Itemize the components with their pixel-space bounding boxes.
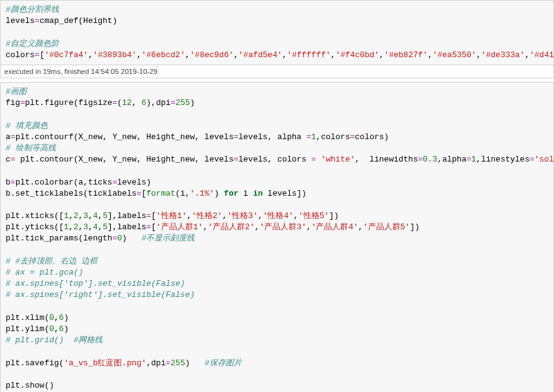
num: 1 bbox=[64, 222, 69, 232]
op: = bbox=[113, 98, 118, 107]
code: labels bbox=[118, 222, 147, 232]
num: 3 bbox=[83, 222, 88, 232]
comment: #画图 bbox=[6, 87, 27, 96]
op: = bbox=[35, 50, 40, 60]
code: levels, alpha bbox=[239, 132, 307, 142]
comment: # ax = plt.gca() bbox=[6, 268, 83, 277]
comment: #不显示刻度线 bbox=[141, 234, 195, 243]
comment: # ax.spines['right'].set_visible(False) bbox=[6, 290, 195, 299]
code-cell-2: #画图 fig=plt.figure(figsize=(12, 6),dpi=2… bbox=[0, 82, 554, 392]
num: 0.3 bbox=[423, 155, 437, 164]
num: 1 bbox=[471, 155, 476, 164]
op: = bbox=[146, 222, 151, 232]
code-cell-1: #颜色分割界线 levels=cmap_def(Height) #自定义颜色阶 … bbox=[0, 0, 554, 78]
op: = bbox=[11, 132, 16, 142]
num: 255 bbox=[170, 358, 185, 368]
code: plt.savefig( bbox=[6, 358, 64, 368]
comment: #自定义颜色阶 bbox=[6, 39, 59, 48]
code: levels bbox=[6, 16, 35, 25]
num: 6 bbox=[142, 98, 147, 107]
str: '#f4c0bd' bbox=[336, 50, 379, 60]
str: 'a_vs_b红蓝图.png' bbox=[64, 358, 147, 368]
num: 12 bbox=[122, 98, 132, 107]
comment: # plt.grid() #网格线 bbox=[6, 335, 103, 345]
num: 0 bbox=[117, 234, 122, 243]
code: linewidths bbox=[369, 155, 418, 164]
code: plt.yticks([ bbox=[6, 222, 64, 232]
code-area-1[interactable]: #颜色分割界线 levels=cmap_def(Height) #自定义颜色阶 … bbox=[1, 1, 553, 65]
code: alpha bbox=[442, 155, 466, 164]
str: '产品人群2' bbox=[208, 222, 254, 232]
num: 4 bbox=[93, 222, 98, 232]
num: 6 bbox=[59, 313, 64, 322]
str: 'white' bbox=[321, 155, 355, 164]
op: = bbox=[137, 189, 142, 198]
code: a bbox=[6, 132, 11, 142]
num: 1 bbox=[312, 132, 316, 142]
str: '性格1' bbox=[156, 211, 187, 221]
comment: # #去掉顶部、右边 边框 bbox=[6, 257, 98, 266]
num: 3 bbox=[83, 211, 88, 221]
code: colors) bbox=[355, 132, 389, 142]
op: = bbox=[234, 132, 239, 142]
code: colors bbox=[6, 50, 35, 60]
str: '产品人群5' bbox=[363, 222, 410, 232]
builtin: format bbox=[146, 189, 175, 198]
str: '#3893b4' bbox=[93, 50, 136, 60]
num: 0 bbox=[49, 313, 54, 322]
str: 'solid' bbox=[535, 155, 554, 164]
code: levels) bbox=[117, 178, 151, 187]
code: b bbox=[6, 178, 11, 187]
num: 4 bbox=[93, 211, 98, 221]
code: b.set_ticklabels(ticklabels bbox=[6, 189, 137, 198]
code-area-2[interactable]: #画图 fig=plt.figure(figsize=(12, 6),dpi=2… bbox=[1, 83, 553, 392]
num: 2 bbox=[73, 222, 78, 232]
op: = bbox=[312, 155, 316, 164]
op: = bbox=[530, 155, 535, 164]
op: = bbox=[350, 132, 355, 142]
str: '产品人群1' bbox=[156, 222, 203, 232]
op: = bbox=[11, 155, 16, 164]
code: c bbox=[6, 155, 11, 164]
num: 2 bbox=[73, 211, 78, 221]
str: '性格5' bbox=[298, 211, 329, 221]
code: levels, colors bbox=[239, 155, 312, 164]
str: '#ea5350' bbox=[433, 50, 476, 60]
code: cmap_def(Height) bbox=[40, 16, 118, 25]
comment: # 填充颜色 bbox=[6, 121, 48, 130]
code: plt.ylim( bbox=[6, 324, 49, 334]
str: '#afd5e4' bbox=[239, 50, 282, 60]
comment: #保存图片 bbox=[205, 358, 242, 368]
code: levels]) bbox=[263, 189, 307, 198]
op: = bbox=[170, 98, 175, 107]
op: = bbox=[307, 132, 312, 142]
op: = bbox=[418, 155, 423, 164]
str: '产品人群4' bbox=[312, 222, 358, 232]
str: '#de333a' bbox=[481, 50, 525, 60]
comment: #颜色分割界线 bbox=[6, 5, 59, 14]
str: '.1%' bbox=[190, 189, 214, 198]
str: '#ffffff' bbox=[287, 50, 331, 60]
code: dpi bbox=[151, 358, 165, 368]
exec-status-1: executed in 19ms, finished 14:54:05 2019… bbox=[1, 65, 553, 78]
comment: # 绘制等高线 bbox=[6, 144, 56, 153]
code: plt.colorbar(a,ticks bbox=[16, 178, 113, 187]
op: = bbox=[466, 155, 471, 164]
code: plt.xticks([ bbox=[6, 211, 64, 221]
str: '产品人群3' bbox=[259, 222, 306, 232]
num: 255 bbox=[175, 98, 190, 107]
str: '性格3' bbox=[227, 211, 257, 221]
code: colors bbox=[321, 132, 350, 142]
code: plt.contour(X_new, Y_new, Height_new, le… bbox=[16, 155, 234, 164]
code: plt.xlim( bbox=[6, 313, 49, 322]
str: '性格4' bbox=[263, 211, 293, 221]
num: 5 bbox=[103, 211, 108, 221]
op: = bbox=[234, 155, 239, 164]
code: dpi bbox=[156, 98, 170, 107]
code: plt.tick_params(length bbox=[6, 234, 113, 243]
code: fig bbox=[6, 98, 20, 107]
code: i bbox=[239, 189, 253, 198]
op: = bbox=[11, 178, 16, 187]
comment: # ax.spines['top'].set_visible(False) bbox=[6, 279, 185, 288]
str: '#eb827f' bbox=[384, 50, 428, 60]
